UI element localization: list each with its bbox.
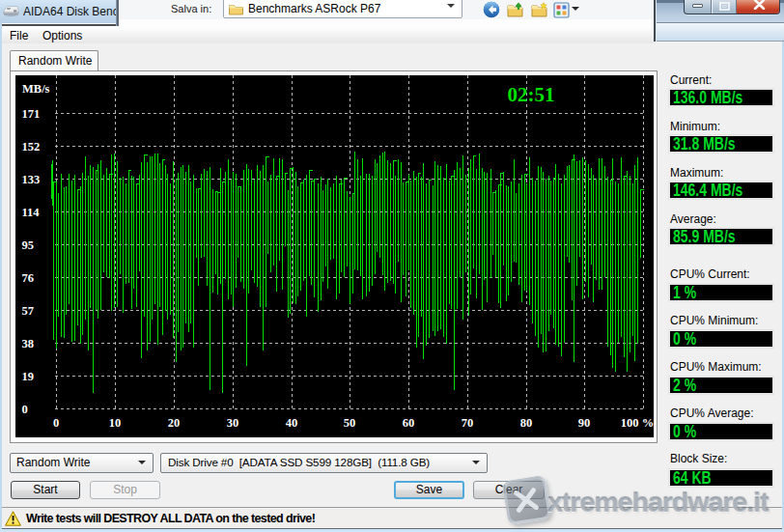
svg-text:02:51: 02:51 <box>508 83 555 106</box>
svg-text:80: 80 <box>520 416 533 430</box>
svg-text:MB/s: MB/s <box>22 82 50 96</box>
svg-text:50: 50 <box>344 416 356 430</box>
svg-text:30: 30 <box>227 416 239 430</box>
svg-text:0: 0 <box>22 403 28 416</box>
svg-text:95: 95 <box>22 238 35 252</box>
svg-text:0: 0 <box>53 416 59 430</box>
svg-text:114: 114 <box>22 206 41 219</box>
svg-text:70: 70 <box>462 416 474 430</box>
svg-text:76: 76 <box>22 271 35 285</box>
svg-text:90: 90 <box>578 416 591 430</box>
svg-text:100 %: 100 % <box>621 416 654 430</box>
svg-text:57: 57 <box>22 304 35 318</box>
svg-text:152: 152 <box>22 140 41 154</box>
svg-text:19: 19 <box>22 370 35 383</box>
svg-text:10: 10 <box>109 416 122 430</box>
svg-text:60: 60 <box>403 416 415 430</box>
svg-text:20: 20 <box>168 416 181 430</box>
svg-text:171: 171 <box>22 107 41 121</box>
svg-text:40: 40 <box>286 416 298 430</box>
svg-text:133: 133 <box>22 173 41 186</box>
svg-text:38: 38 <box>22 337 35 350</box>
